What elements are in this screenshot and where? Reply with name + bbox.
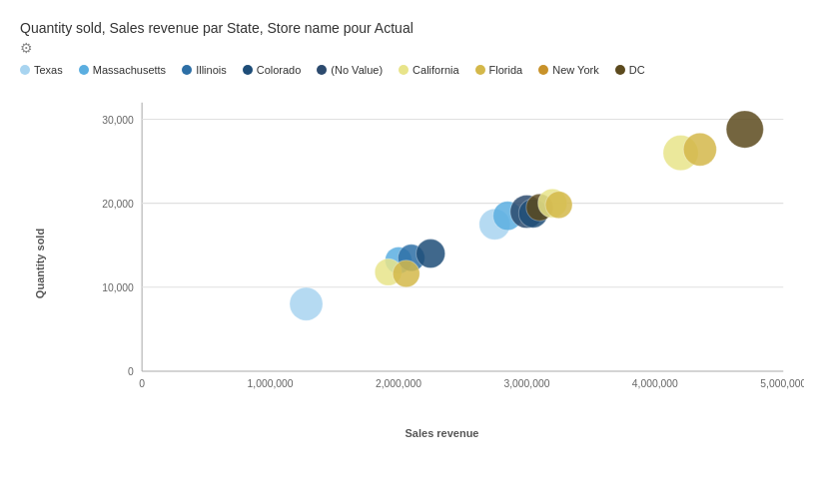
legend-label-texas: Texas [34,64,63,76]
legend-dot-colorado [243,65,253,75]
legend-item-colorado: Colorado [243,64,302,76]
svg-text:30,000: 30,000 [102,115,134,126]
legend-item-massachusetts: Massachusetts [79,64,166,76]
scatter-chart: 010,00020,00030,00001,000,0002,000,0003,… [80,88,804,427]
svg-text:2,000,000: 2,000,000 [376,379,421,390]
svg-text:1,000,000: 1,000,000 [248,379,294,390]
datapoint-Florida2[interactable] [545,192,572,219]
legend-label-massachusetts: Massachusetts [93,64,166,76]
datapoint-DC2[interactable] [726,111,763,148]
legend: TexasMassachusettsIllinoisColorado(No Va… [20,64,804,78]
svg-text:0: 0 [128,366,134,377]
legend-label-colorado: Colorado [257,64,302,76]
y-axis-label: Quantity sold [34,229,46,298]
settings-icon[interactable]: ⚙ [20,40,804,56]
svg-text:5,000,000: 5,000,000 [760,379,804,390]
datapoint-Texas[interactable] [290,287,323,320]
legend-dot-illinois [182,65,192,75]
svg-text:10,000: 10,000 [102,282,134,293]
x-axis-label: Sales revenue [80,427,804,439]
datapoint-Florida3[interactable] [683,133,716,166]
legend-dot-novalue [317,65,327,75]
legend-item-texas: Texas [20,64,63,76]
legend-dot-massachusetts [79,65,89,75]
legend-item-illinois: Illinois [182,64,227,76]
legend-item-newyork: New York [538,64,598,76]
legend-item-california: California [399,64,458,76]
legend-dot-florida [475,65,485,75]
legend-label-dc: DC [629,64,645,76]
legend-item-florida: Florida [475,64,523,76]
legend-dot-texas [20,65,30,75]
svg-text:20,000: 20,000 [102,199,134,210]
legend-label-florida: Florida [489,64,523,76]
chart-container: Quantity sold, Sales revenue par State, … [0,0,824,504]
legend-dot-california [399,65,409,75]
legend-dot-dc [615,65,625,75]
svg-text:0: 0 [139,379,145,390]
svg-text:4,000,000: 4,000,000 [632,379,678,390]
chart-title: Quantity sold, Sales revenue par State, … [20,20,804,36]
legend-label-california: California [412,64,458,76]
svg-text:3,000,000: 3,000,000 [503,379,549,390]
datapoint-Colorado[interactable] [416,240,445,268]
legend-label-novalue: (No Value) [331,64,383,76]
legend-dot-newyork [538,65,548,75]
legend-label-illinois: Illinois [196,64,227,76]
legend-label-newyork: New York [552,64,598,76]
datapoint-Florida1[interactable] [393,260,419,287]
legend-item-novalue: (No Value) [317,64,383,76]
legend-item-dc: DC [615,64,645,76]
